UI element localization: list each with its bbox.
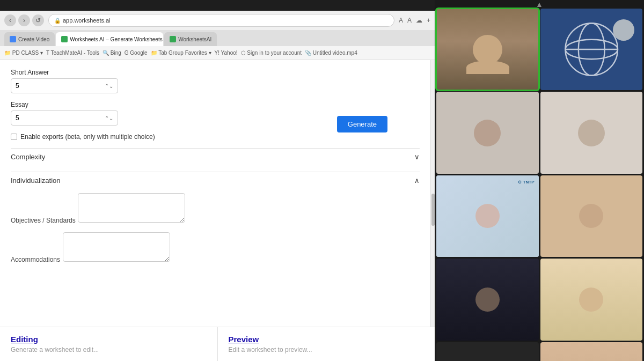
video-scroll-up[interactable]: ▲: [435, 0, 644, 9]
bookmarks-toolbar: 📁 PD CLASS ▾ T TeachMateAI - Tools 🔍 Bin…: [0, 46, 435, 60]
browser-content: Short Answer 5 ⌃⌄ Essay 5 ⌃⌄: [0, 60, 435, 361]
export-checkbox-label: Enable exports (beta, only with multiple…: [20, 133, 155, 141]
person-4: [540, 92, 643, 173]
export-checkbox-row: Enable exports (beta, only with multiple…: [11, 133, 420, 141]
video-cell-3: [436, 92, 539, 173]
video-cell-1: [436, 9, 539, 90]
accommodations-label: Accommodations: [11, 256, 60, 263]
complexity-section: Complexity ∨: [11, 148, 420, 165]
bottom-bar: Editing Generate a worksheet to edit... …: [0, 327, 435, 361]
screen-top-bar: [0, 0, 435, 11]
bookmark-pd-class[interactable]: 📁 PD CLASS ▾: [4, 50, 43, 56]
zoom-icon-2: A: [407, 17, 412, 24]
individualization-section: Individualization ∧ Objectives / Standar…: [11, 172, 420, 276]
export-checkbox[interactable]: [11, 134, 17, 140]
objectives-group: Objectives / Standards: [11, 193, 420, 225]
blonde-bg: [540, 259, 643, 340]
worksheet-form: Short Answer 5 ⌃⌄ Essay 5 ⌃⌄: [0, 60, 430, 327]
person-face-7: [475, 288, 500, 312]
video-cell-7: [436, 259, 539, 340]
tab-icon-2: [61, 36, 68, 42]
short-answer-group: Short Answer 5 ⌃⌄: [11, 69, 420, 93]
video-cell-5: ⊙ TNTP: [436, 175, 539, 257]
video-cell-8: [540, 259, 643, 340]
select-arrow-2: ⌃⌄: [105, 115, 113, 121]
complexity-label: Complexity: [11, 153, 45, 161]
scrollbar[interactable]: [430, 60, 435, 327]
bookmark-google[interactable]: G Google: [125, 50, 148, 56]
short-answer-select[interactable]: 5 ⌃⌄: [11, 78, 118, 93]
essay-select[interactable]: 5 ⌃⌄: [11, 110, 118, 126]
zoom-icon: A: [399, 17, 403, 24]
complexity-header[interactable]: Complexity ∨: [11, 148, 420, 165]
tab-label-2: Worksheets AI – Generate Worksheets in S…: [70, 36, 163, 42]
preview-title: Preview: [229, 335, 425, 344]
tab-icon-3: [170, 36, 176, 42]
individualization-label: Individualization: [11, 176, 61, 185]
bookmark-yahoo[interactable]: Y! Yahoo!: [215, 50, 238, 56]
address-text: app.worksheets.ai: [63, 17, 111, 24]
scrollbar-thumb[interactable]: [431, 194, 435, 226]
individualization-chevron: ∧: [414, 176, 420, 185]
forward-button[interactable]: ›: [18, 14, 30, 26]
tab-label-1: Create Video: [18, 36, 49, 42]
tntp-logo: ⊙ TNTP: [518, 180, 534, 185]
editing-subtitle: Generate a worksheet to edit...: [11, 346, 207, 353]
globe-bg: [540, 9, 643, 90]
add-icon: +: [427, 17, 430, 24]
preview-subtitle: Edit a worksheet to preview...: [229, 346, 425, 353]
video-cell-10: [540, 342, 643, 361]
essay-value: 5: [16, 114, 19, 122]
browser-nav-bar: ‹ › ↺ 🔒 app.worksheets.ai A A ☁ +: [0, 11, 435, 30]
complexity-chevron: ∨: [414, 153, 420, 161]
preview-panel: Preview Edit a worksheet to preview...: [218, 327, 435, 361]
person-3: [436, 92, 539, 173]
editing-title: Editing: [11, 335, 207, 344]
person-face-6: [579, 204, 603, 228]
video-cell-2: [540, 9, 643, 90]
bookmark-sign-in[interactable]: ⬡ Sign in to your account: [241, 50, 302, 56]
video-cell-4: [540, 92, 643, 173]
address-bar[interactable]: 🔒 app.worksheets.ai: [48, 14, 394, 27]
bookmark-tab-group[interactable]: 📁 Tab Group Favorites ▾: [151, 50, 211, 56]
editing-panel: Editing Generate a worksheet to edit...: [0, 327, 217, 361]
tntp-bg: ⊙ TNTP: [436, 175, 539, 257]
video-panel: ▲: [435, 0, 644, 361]
tab-worksheets-ai-2[interactable]: WorksheetsAI: [164, 32, 217, 46]
lock-icon: 🔒: [54, 18, 61, 24]
tab-bar: Create Video Worksheets AI – Generate Wo…: [0, 30, 435, 46]
individualization-header[interactable]: Individualization ∧: [11, 172, 420, 189]
video-grid: ⊙ TNTP Dai 老师: [435, 9, 644, 361]
accommodations-group: Accommodations: [11, 232, 420, 264]
bookmark-bing[interactable]: 🔍 Bing: [103, 50, 121, 56]
individualization-content: Objectives / Standards Accommodations: [11, 189, 420, 276]
browser-chrome: ‹ › ↺ 🔒 app.worksheets.ai A A ☁ + Create…: [0, 11, 435, 60]
dark-bg: [436, 259, 539, 340]
person-face-5: [475, 204, 500, 228]
woman-dark-bg: [540, 342, 643, 361]
objectives-textarea[interactable]: [78, 193, 185, 223]
short-answer-label: Short Answer: [11, 69, 420, 76]
essay-label: Essay: [11, 101, 420, 108]
generate-button[interactable]: Generate: [337, 116, 387, 132]
refresh-button[interactable]: ↺: [32, 14, 44, 26]
tab-icon-1: [10, 36, 16, 42]
video-cell-9: Dai 老师: [436, 342, 539, 361]
tab-worksheets-ai[interactable]: Worksheets AI – Generate Worksheets in S…: [56, 32, 163, 46]
person-face-8: [579, 288, 603, 312]
toolbar-icons: A A ☁ +: [399, 17, 430, 24]
nav-buttons: ‹ › ↺: [4, 14, 44, 26]
bookshelf-background: [436, 9, 539, 90]
bookmark-teachmate[interactable]: T TeachMateAI - Tools: [46, 50, 99, 56]
cloud-icon: ☁: [416, 17, 422, 24]
short-answer-value: 5: [16, 82, 19, 90]
objectives-label: Objectives / Standards: [11, 217, 76, 224]
headset-bg: [540, 175, 643, 257]
tab-label-3: WorksheetsAI: [178, 36, 211, 42]
tab-create-video[interactable]: Create Video: [4, 32, 55, 46]
browser-window: ‹ › ↺ 🔒 app.worksheets.ai A A ☁ + Create…: [0, 0, 435, 361]
video-cell-6: [540, 175, 643, 257]
accommodations-textarea[interactable]: [63, 232, 170, 262]
back-button[interactable]: ‹: [4, 14, 16, 26]
bookmark-video[interactable]: 📎 Untitled video.mp4: [305, 50, 357, 56]
